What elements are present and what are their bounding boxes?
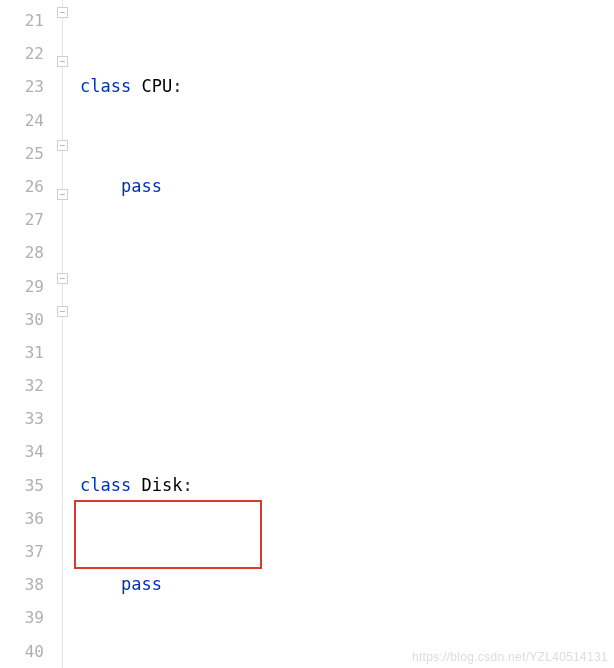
line-number: 38 [0,568,44,601]
line-number: 31 [0,336,44,369]
watermark-text: https://blog.csdn.net/YZL40514131 [412,650,608,664]
code-area[interactable]: class CPU: pass class Disk: pass class C… [72,0,614,668]
line-number: 39 [0,601,44,634]
line-number: 25 [0,137,44,170]
line-number: 40 [0,635,44,668]
fold-end-icon: − [57,189,68,200]
line-number: 33 [0,402,44,435]
line-number: 36 [0,502,44,535]
line-number: 32 [0,369,44,402]
line-number: 37 [0,535,44,568]
line-number: 21 [0,4,44,37]
highlight-box [74,500,262,569]
line-number: 34 [0,435,44,468]
line-number: 29 [0,270,44,303]
fold-end-icon: − [57,56,68,67]
fold-toggle-icon[interactable]: − [57,140,68,151]
fold-toggle-icon[interactable]: − [57,7,68,18]
code-line[interactable] [72,369,614,402]
line-number: 27 [0,203,44,236]
line-number: 35 [0,469,44,502]
code-line[interactable]: class CPU: [72,70,614,103]
fold-column: − − − − − − [58,0,72,668]
code-line[interactable]: class Disk: [72,469,614,502]
line-number-gutter: 21 22 23 24 25 26 27 28 29 30 31 32 33 3… [0,0,58,668]
line-number: 28 [0,236,44,269]
code-line[interactable]: pass [72,170,614,203]
line-number: 30 [0,303,44,336]
code-editor[interactable]: 21 22 23 24 25 26 27 28 29 30 31 32 33 3… [0,0,614,668]
code-line[interactable] [72,270,614,303]
line-number: 26 [0,170,44,203]
line-number: 24 [0,104,44,137]
line-number: 23 [0,70,44,103]
line-number: 22 [0,37,44,70]
code-line[interactable]: pass [72,568,614,601]
fold-toggle-icon[interactable]: − [57,306,68,317]
fold-toggle-icon[interactable]: − [57,273,68,284]
